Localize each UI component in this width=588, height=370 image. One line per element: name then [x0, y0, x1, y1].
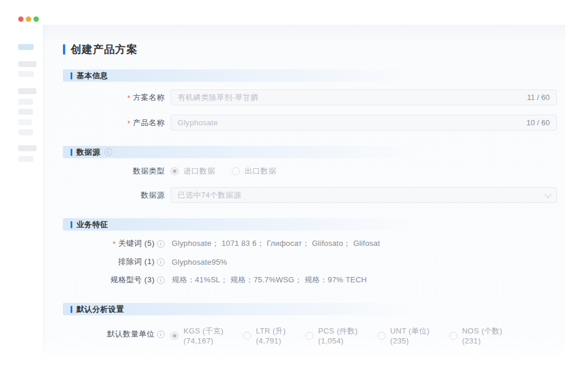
unit-option[interactable]: KGS (千克)(74,167) [171, 326, 223, 346]
app-window: 创建产品方案 基本信息 * 方案名称 有机磷类除草剂-草甘膦 11 / 60 * [0, 0, 588, 370]
field-row-data-source-select: 数据源 已选中74个数据源 [63, 187, 557, 203]
unit-count-label: (231) [462, 336, 503, 346]
sidebar-skeleton-bar [18, 71, 34, 77]
sidebar-skeleton-bar [18, 156, 34, 162]
field-row-spec-model: 规格型号 (3) 规格：41%SL； 规格：75.7%WSG； 规格：97% T… [63, 275, 557, 285]
unit-code-label: NOS (个数) [462, 326, 503, 336]
product-name-value: Glyphosate [178, 118, 218, 127]
section-accent-bar [71, 72, 72, 79]
page-title-row: 创建产品方案 [63, 42, 557, 56]
field-row-exclude-words: 排除词 (1) Glyphosate95% [63, 256, 557, 267]
unit-options: KGS (千克)(74,167)LTR (升)(4,791)PCS (件数)(1… [171, 326, 503, 346]
section-accent-bar [71, 221, 72, 228]
exclude-words-label: 排除词 (1) [63, 256, 165, 267]
section-header-default-analysis: 默认分析设置 [63, 303, 557, 315]
sidebar-skeleton-bar [18, 61, 36, 67]
radio-icon[interactable] [243, 332, 251, 340]
section-header-basic-info: 基本信息 [63, 69, 557, 82]
window-controls [18, 16, 39, 22]
section-title: 数据源 [76, 147, 101, 158]
char-counter: 10 / 60 [526, 118, 550, 127]
unit-code-label: LTR (升) [256, 326, 286, 336]
field-row-plan-name: * 方案名称 有机磷类除草剂-草甘膦 11 / 60 [63, 89, 557, 105]
required-asterisk: * [113, 241, 116, 248]
info-icon[interactable] [105, 148, 112, 156]
info-icon[interactable] [157, 240, 165, 248]
plan-name-label: * 方案名称 [63, 92, 165, 103]
section-accent-bar [71, 149, 72, 156]
data-type-option[interactable]: 出口数据 [232, 166, 276, 176]
sidebar-skeleton-bar [18, 99, 33, 105]
unit-count-label: (235) [390, 336, 430, 346]
radio-icon[interactable] [377, 332, 386, 340]
default-unit-label: 默认数量单位 [63, 326, 165, 339]
spec-model-label: 规格型号 (3) [63, 275, 165, 285]
field-row-product-name: * 产品名称 Glyphosate 10 / 60 [63, 115, 557, 131]
info-icon[interactable] [157, 276, 165, 284]
page-title: 创建产品方案 [71, 42, 138, 56]
field-row-data-type: 数据类型 进口数据 出口数据 [63, 166, 557, 176]
unit-option[interactable]: UNT (单位)(235) [377, 326, 430, 346]
section-header-business-features: 业务特征 [63, 218, 557, 231]
sidebar-skeleton-bar [18, 88, 36, 94]
keywords-value: Glyphosate； 1071 83 6； Глифосат； Glifosa… [172, 238, 380, 249]
data-source-label: 数据源 [63, 190, 165, 201]
data-type-option[interactable]: 进口数据 [171, 166, 215, 176]
field-row-keywords: * 关键词 (5) Glyphosate； 1071 83 6； Глифоса… [63, 238, 557, 249]
unit-option[interactable]: PCS (件数)(1,054) [305, 326, 358, 346]
sidebar-skeleton-bar [18, 145, 36, 151]
radio-icon[interactable] [232, 167, 240, 175]
sidebar-skeleton-bar [18, 119, 32, 125]
spec-model-value: 规格：41%SL； 规格：75.7%WSG； 规格：97% TECH [172, 275, 367, 285]
unit-code-label: PCS (件数) [318, 326, 358, 336]
radio-icon[interactable] [171, 167, 179, 175]
data-source-select[interactable]: 已选中74个数据源 [171, 187, 557, 203]
radio-icon[interactable] [171, 332, 179, 340]
exclude-words-value: Glyphosate95% [172, 258, 227, 266]
required-asterisk: * [128, 95, 131, 102]
plan-name-input[interactable]: 有机磷类除草剂-草甘膦 11 / 60 [171, 89, 557, 105]
sidebar-skeleton-bar [18, 109, 33, 115]
section-header-data-source: 数据源 [63, 146, 557, 158]
unit-count-label: (4,791) [256, 336, 286, 346]
field-row-default-unit: 默认数量单位 KGS (千克)(74,167)LTR (升)(4,791)PCS… [63, 326, 557, 346]
minimize-window-icon[interactable] [26, 16, 31, 22]
data-type-label: 数据类型 [63, 166, 165, 176]
chevron-down-icon [544, 191, 552, 198]
plan-name-value: 有机磷类除草剂-草甘膦 [178, 92, 259, 103]
section-title: 基本信息 [76, 71, 108, 81]
unit-code-label: KGS (千克) [183, 326, 223, 336]
char-counter: 11 / 60 [527, 93, 550, 102]
info-icon[interactable] [157, 331, 165, 338]
product-name-input[interactable]: Glyphosate 10 / 60 [171, 115, 557, 131]
required-asterisk: * [128, 120, 131, 127]
keywords-label: * 关键词 (5) [63, 238, 165, 249]
close-window-icon[interactable] [18, 16, 24, 22]
zoom-window-icon[interactable] [34, 16, 39, 22]
form-panel: 创建产品方案 基本信息 * 方案名称 有机磷类除草剂-草甘膦 11 / 60 * [43, 25, 565, 370]
info-icon[interactable] [157, 258, 165, 266]
unit-option[interactable]: NOS (个数)(231) [449, 326, 503, 346]
unit-count-label: (74,167) [183, 336, 223, 346]
section-title: 业务特征 [76, 219, 108, 230]
sidebar-skeleton-bar [18, 129, 33, 135]
radio-icon[interactable] [449, 332, 457, 340]
unit-count-label: (1,054) [318, 336, 358, 346]
unit-code-label: UNT (单位) [390, 326, 430, 336]
radio-icon[interactable] [305, 332, 313, 340]
sidebar-skeleton-bar-active [18, 44, 34, 50]
product-name-label: * 产品名称 [63, 118, 165, 128]
section-accent-bar [71, 306, 72, 313]
unit-option[interactable]: LTR (升)(4,791) [243, 326, 286, 346]
title-accent-bar [63, 44, 65, 55]
data-source-selected-value: 已选中74个数据源 [178, 190, 241, 201]
section-title: 默认分析设置 [76, 304, 124, 315]
sidebar-skeleton [0, 25, 43, 370]
